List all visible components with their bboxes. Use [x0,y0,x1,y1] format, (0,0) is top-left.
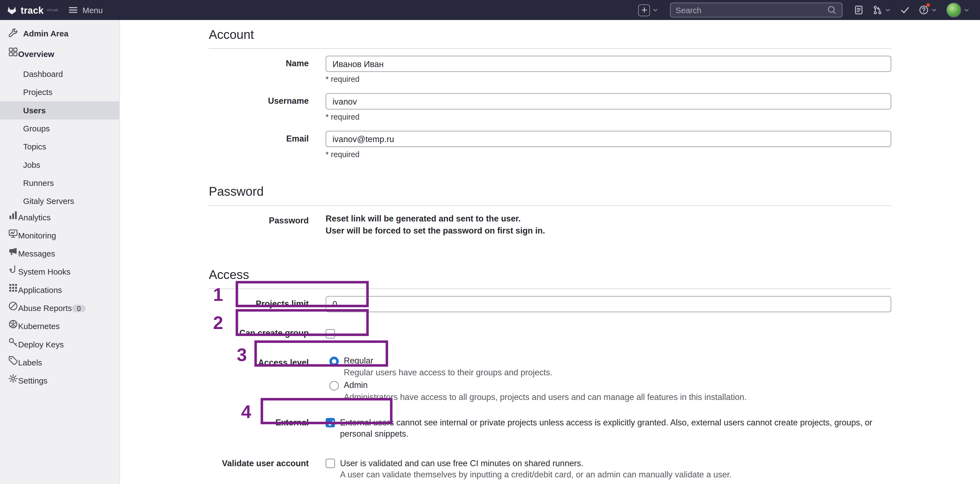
sidebar-item-users[interactable]: Users [0,101,119,119]
sidebar-item-label: Labels [18,358,42,367]
global-search[interactable] [670,2,842,18]
form-control [326,329,891,339]
sidebar-item-kubernetes[interactable]: Kubernetes [0,319,119,337]
access-level-row: Access level RegularRegular users have a… [208,356,891,405]
sidebar-item-label: System Hooks [18,267,70,276]
sidebar-item-groups[interactable]: Groups [0,120,119,138]
account-section-title: Account [208,26,891,49]
app-logo[interactable]: track GitLab [5,5,62,16]
merge-requests-button[interactable] [869,2,895,18]
todos-button[interactable] [896,2,914,18]
access-level-option-regular: RegularRegular users have access to thei… [329,356,891,378]
form-control: * required [326,93,891,122]
sidebar-item-topics[interactable]: Topics [0,138,119,156]
sidebar-item-label: Projects [23,88,52,97]
sidebar-item-runners[interactable]: Runners [0,174,119,192]
hamburger-icon [68,5,78,15]
chevron-down-icon [884,6,891,13]
radio-line: Admin [329,380,891,391]
email-input[interactable] [326,131,891,147]
help-button[interactable] [915,2,941,18]
can-create-group-checkbox[interactable] [326,329,335,339]
sidebar-item-system-hooks[interactable]: System Hooks [0,265,119,283]
search-icon [827,5,837,15]
merge-request-icon [873,5,883,15]
sidebar-item-gitaly-servers[interactable]: Gitaly Servers [0,192,119,210]
sidebar-item-analytics[interactable]: Analytics [0,210,119,228]
gitlab-logo-icon [6,5,18,16]
access-rows: Projects limit Can create group [208,289,891,481]
password-row: Password Reset link will be generated an… [208,213,891,236]
form-control [326,296,891,312]
validate-user-text: User is validated and can use free CI mi… [340,458,732,481]
username-input[interactable] [326,93,891,110]
password-info: Reset link will be generated and sent to… [326,213,891,236]
new-menu-button[interactable] [635,2,663,19]
radio-label: Admin [344,380,368,391]
sidebar-item-label: Groups [23,124,50,133]
sidebar-item-messages[interactable]: Messages [0,247,119,265]
search-input[interactable] [676,5,827,14]
external-label: External [208,417,309,440]
sidebar-item-labels[interactable]: Labels [0,355,119,374]
email-label: Email [208,131,309,160]
access-level-label: Access level [208,356,309,405]
sidebar-item-dashboard[interactable]: Dashboard [0,65,119,83]
sidebar-item-label: Users [23,105,46,115]
sidebar-item-settings[interactable]: Settings [0,374,119,392]
applications-icon [8,283,18,293]
sidebar-item-label: Jobs [23,160,40,169]
projects-limit-input[interactable] [326,296,891,312]
sidebar-item-label: Abuse Reports [18,303,72,313]
sidebar-item-monitoring[interactable]: Monitoring [0,228,119,246]
issues-button[interactable] [850,2,868,18]
form-control: * required [326,56,891,84]
messages-icon [8,247,18,257]
menu-button[interactable]: Menu [63,2,108,18]
top-navbar: track GitLab Menu [0,0,980,20]
admin-sidebar: Admin Area OverviewDashboardProjectsUser… [0,20,120,484]
name-label: Name [208,56,309,84]
plus-icon [638,4,650,16]
external-checkbox[interactable] [326,418,335,427]
can-create-group-label: Can create group [208,329,309,339]
sidebar-nav: OverviewDashboardProjectsUsersGroupsTopi… [0,47,119,391]
overview-icon [8,47,18,57]
regular-radio[interactable] [329,356,339,366]
radio-line: Regular [329,356,891,366]
radio-description: Administrators have access to all groups… [344,392,891,403]
sidebar-item-label: Overview [18,50,54,59]
access-level-options: RegularRegular users have access to thei… [326,356,891,405]
sidebar-item-jobs[interactable]: Jobs [0,156,119,174]
issues-icon [854,5,864,15]
required-note: * required [326,150,891,160]
sidebar-item-label: Kubernetes [18,322,60,331]
notification-dot [926,3,930,7]
radio-label: Regular [344,356,373,366]
abuse-icon [8,301,18,311]
sidebar-item-projects[interactable]: Projects [0,83,119,101]
sidebar-header: Admin Area [0,20,119,47]
key-icon [8,337,18,347]
admin-radio[interactable] [329,381,339,390]
access-section-title: Access [208,267,891,289]
projects-limit-row: Projects limit [208,296,891,312]
validate-user-description: User is validated and can use free CI mi… [340,458,732,469]
form-control: * required [326,131,891,160]
sidebar-item-label: Applications [18,285,62,295]
sidebar-item-applications[interactable]: Applications [0,283,119,301]
name-input[interactable] [326,56,891,72]
sidebar-item-deploy-keys[interactable]: Deploy Keys [0,337,119,355]
validate-user-checkbox[interactable] [326,458,335,468]
form-control: User is validated and can use free CI mi… [326,458,891,481]
sidebar-item-label: Gitaly Servers [23,196,75,206]
user-menu-button[interactable] [943,0,974,20]
validate-user-help: A user can validate themselves by inputt… [340,469,732,481]
external-row: External External users cannot see inter… [208,417,891,440]
todos-check-icon [900,5,910,15]
monitoring-icon [8,228,18,238]
sidebar-item-label: Analytics [18,213,51,222]
sidebar-item-label: Topics [23,142,46,152]
sidebar-item-abuse-reports[interactable]: Abuse Reports0 [0,301,119,319]
sidebar-item-overview[interactable]: Overview [0,47,119,65]
